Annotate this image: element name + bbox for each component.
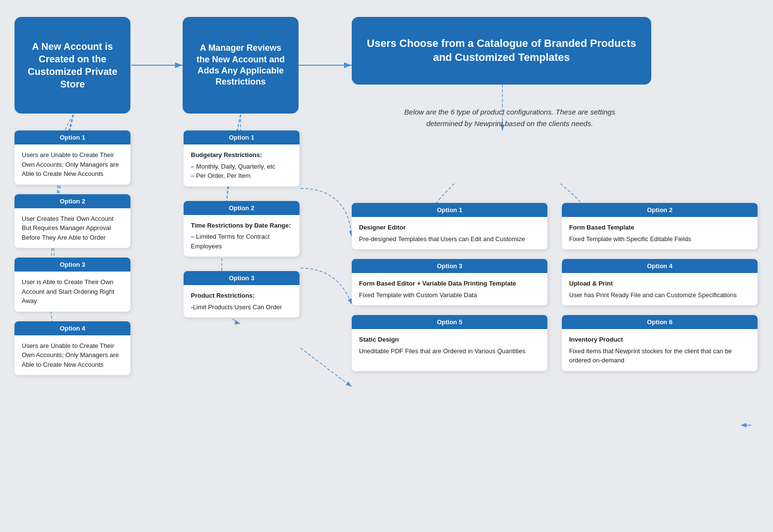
mid-option-body-2: Time Restrictions by Date Range:– Limite…: [184, 215, 300, 257]
right-option-header-5: Option 5: [352, 315, 547, 329]
left-option-header-2: Option 2: [14, 194, 130, 208]
right-options-grid: Option 1 Designer EditorPre-designed Tem…: [352, 203, 758, 371]
left-option-body-3: User is Able to Create Their Own Account…: [14, 272, 130, 312]
right-option-card-4: Option 4 Upload & PrintUser has Print Re…: [562, 259, 758, 305]
main-box-3: Users Choose from a Catalogue of Branded…: [352, 17, 651, 85]
mid-option-body-3: Product Restrictions:-Limit Products Use…: [184, 285, 300, 317]
note-text: Below are the 6 type of product configur…: [394, 106, 626, 129]
mid-option-header-3: Option 3: [184, 271, 300, 285]
right-option-header-4: Option 4: [562, 259, 758, 273]
note-box: Below are the 6 type of product configur…: [394, 106, 626, 129]
mid-option-header-2: Option 2: [184, 201, 300, 215]
left-option-header-1: Option 1: [14, 130, 130, 144]
mid-options-column: Option 1 Budgetary Restrictions:– Monthl…: [184, 130, 300, 317]
right-option-body-2: Form Based TemplateFixed Template with S…: [562, 217, 758, 249]
left-option-header-4: Option 4: [14, 321, 130, 335]
mid-option-card-3: Option 3 Product Restrictions:-Limit Pro…: [184, 271, 300, 317]
right-option-header-2: Option 2: [562, 203, 758, 217]
left-option-body-4: Users are Unable to Create Their Own Acc…: [14, 335, 130, 375]
right-option-card-3: Option 3 Form Based Editor + Variable Da…: [352, 259, 547, 305]
right-option-body-4: Upload & PrintUser has Print Ready File …: [562, 273, 758, 305]
right-option-card-5: Option 5 Static DesignUneditable PDF Fil…: [352, 315, 547, 371]
mid-option-card-2: Option 2 Time Restrictions by Date Range…: [184, 201, 300, 257]
right-option-body-5: Static DesignUneditable PDF Files that a…: [352, 329, 547, 361]
left-option-body-1: Users are Unable to Create Their Own Acc…: [14, 144, 130, 185]
main-box-1: A New Account is Created on the Customiz…: [14, 17, 130, 114]
right-option-header-3: Option 3: [352, 259, 547, 273]
right-option-card-1: Option 1 Designer EditorPre-designed Tem…: [352, 203, 547, 249]
left-option-card-3: Option 3 User is Able to Create Their Ow…: [14, 258, 130, 312]
left-option-header-3: Option 3: [14, 258, 130, 272]
main-box-1-label: A New Account is Created on the Customiz…: [14, 17, 130, 114]
right-option-card-6: Option 6 Inventory ProductFixed items th…: [562, 315, 758, 371]
main-box-2-label: A Manager Reviews the New Account and Ad…: [183, 17, 299, 114]
mid-option-body-1: Budgetary Restrictions:– Monthly, Daily,…: [184, 144, 300, 187]
right-option-header-6: Option 6: [562, 315, 758, 329]
right-option-body-1: Designer EditorPre-designed Templates th…: [352, 217, 547, 249]
right-option-body-6: Inventory ProductFixed items that Newpri…: [562, 329, 758, 371]
left-option-card-4: Option 4 Users are Unable to Create Thei…: [14, 321, 130, 375]
left-option-card-1: Option 1 Users are Unable to Create Thei…: [14, 130, 130, 185]
main-box-3-label: Users Choose from a Catalogue of Branded…: [352, 17, 651, 85]
right-option-header-1: Option 1: [352, 203, 547, 217]
left-option-body-2: User Creates Their Own Account But Requi…: [14, 208, 130, 248]
left-option-card-2: Option 2 User Creates Their Own Account …: [14, 194, 130, 248]
mid-option-card-1: Option 1 Budgetary Restrictions:– Monthl…: [184, 130, 300, 187]
right-option-body-3: Form Based Editor + Variable Data Printi…: [352, 273, 547, 305]
right-option-card-2: Option 2 Form Based TemplateFixed Templa…: [562, 203, 758, 249]
main-box-2: A Manager Reviews the New Account and Ad…: [183, 17, 299, 114]
left-options-column: Option 1 Users are Unable to Create Thei…: [14, 130, 130, 375]
mid-option-header-1: Option 1: [184, 130, 300, 144]
